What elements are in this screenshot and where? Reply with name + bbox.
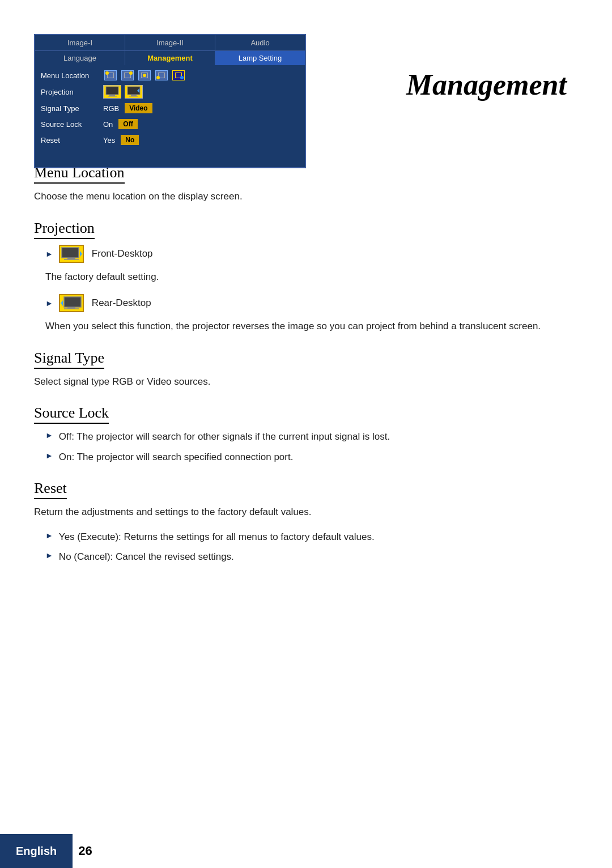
svg-rect-0 <box>106 87 118 95</box>
section-source-lock: Source Lock ► Off: The projector will se… <box>34 405 578 464</box>
osd-label-projection: Projection <box>41 88 103 96</box>
loc-dot-c <box>143 74 146 77</box>
proj-arrow-rear: ► <box>45 299 53 308</box>
loc-icon-br-selected[interactable] <box>172 70 185 80</box>
osd-tab-management[interactable]: Management <box>125 51 215 65</box>
proj-note-front: The factory default setting. <box>34 270 578 284</box>
section-body-reset: Return the adjustments and settings to t… <box>34 505 578 520</box>
osd-row-reset: Reset Yes No <box>35 132 305 148</box>
source-lock-arrow-on: ► <box>45 451 53 460</box>
proj-rear-icon[interactable] <box>125 85 143 99</box>
osd-label-menu-location: Menu Location <box>41 71 103 80</box>
projection-icons[interactable] <box>103 85 143 99</box>
reset-text-yes: Yes (Execute): Returns the settings for … <box>59 530 375 544</box>
reset-arrow-yes: ► <box>45 531 53 540</box>
section-body-signal-type: Select signal type RGB or Video sources. <box>34 375 578 389</box>
main-content: Menu Location Choose the menu location o… <box>34 164 578 580</box>
proj-front-img <box>59 245 84 263</box>
svg-rect-12 <box>64 297 81 307</box>
section-menu-location: Menu Location Choose the menu location o… <box>34 164 578 204</box>
reset-arrow-no: ► <box>45 551 53 560</box>
section-title-projection: Projection <box>34 220 95 239</box>
svg-rect-7 <box>62 248 79 258</box>
signal-type-rgb: RGB <box>103 104 119 113</box>
osd-tab-image1[interactable]: Image-I <box>35 35 125 50</box>
proj-label-front: Front-Desktop <box>92 248 153 259</box>
source-lock-bullet-off: ► Off: The projector will search for oth… <box>34 429 578 444</box>
signal-type-video-badge[interactable]: Video <box>125 103 152 113</box>
osd-tabs-row2: Language Management Lamp Setting <box>35 50 305 65</box>
source-lock-on: On <box>103 120 113 129</box>
loc-dot-bl <box>156 76 160 79</box>
osd-label-reset: Reset <box>41 136 103 144</box>
osd-row-menu-location: Menu Location <box>35 67 305 83</box>
footer: English 26 <box>0 834 612 868</box>
footer-language: English <box>0 834 73 868</box>
proj-front-icon[interactable] <box>103 85 121 99</box>
section-title-source-lock: Source Lock <box>34 405 109 424</box>
signal-type-values: RGB Video <box>103 103 152 113</box>
section-title-signal-type: Signal Type <box>34 350 104 369</box>
osd-row-signal-type: Signal Type RGB Video <box>35 100 305 116</box>
proj-note-rear: When you select this function, the proje… <box>34 319 578 334</box>
loc-icon-tr[interactable] <box>121 70 134 80</box>
source-lock-values: On Off <box>103 119 138 129</box>
loc-dot-br <box>180 76 184 79</box>
loc-icon-bl[interactable] <box>155 70 168 80</box>
reset-text-no: No (Cancel): Cancel the revised settings… <box>59 550 234 564</box>
proj-item-front: ► Front-Desktop <box>34 245 578 263</box>
section-body-menu-location: Choose the menu location on the display … <box>34 189 578 204</box>
proj-rear-img <box>59 294 84 312</box>
svg-marker-10 <box>80 251 82 257</box>
source-lock-text-on: On: The projector will search specified … <box>59 450 294 465</box>
osd-tab-lamp-setting[interactable]: Lamp Setting <box>215 51 305 65</box>
section-reset: Reset Return the adjustments and setting… <box>34 480 578 564</box>
source-lock-bullet-on: ► On: The projector will search specifie… <box>34 450 578 465</box>
footer-page-number: 26 <box>78 844 92 858</box>
proj-label-rear: Rear-Desktop <box>92 297 151 309</box>
loc-dot-tl <box>105 71 109 75</box>
osd-tab-audio[interactable]: Audio <box>215 35 305 50</box>
osd-menu: Image-I Image-II Audio Language Manageme… <box>34 34 306 168</box>
source-lock-off-badge[interactable]: Off <box>118 119 137 129</box>
osd-tab-language[interactable]: Language <box>35 51 125 65</box>
section-signal-type: Signal Type Select signal type RGB or Vi… <box>34 350 578 389</box>
loc-icon-tl[interactable] <box>104 70 117 80</box>
osd-row-source-lock: Source Lock On Off <box>35 116 305 132</box>
osd-tabs-row1: Image-I Image-II Audio <box>35 35 305 50</box>
osd-label-source-lock: Source Lock <box>41 120 103 129</box>
loc-icon-c[interactable] <box>138 70 151 80</box>
page-title: Management <box>406 68 567 101</box>
proj-item-rear: ► Rear-Desktop <box>34 294 578 312</box>
reset-values: Yes No <box>103 135 139 145</box>
reset-yes: Yes <box>103 136 115 144</box>
section-title-menu-location: Menu Location <box>34 164 125 184</box>
osd-row-projection: Projection <box>35 83 305 100</box>
osd-label-signal-type: Signal Type <box>41 104 103 113</box>
source-lock-arrow-off: ► <box>45 431 53 440</box>
proj-arrow-front: ► <box>45 249 53 258</box>
svg-marker-11 <box>61 300 63 306</box>
section-projection: Projection ► Front-Desktop The factory d… <box>34 220 578 334</box>
source-lock-text-off: Off: The projector will search for other… <box>59 429 390 444</box>
osd-body: Menu Location <box>35 65 305 167</box>
reset-no-badge[interactable]: No <box>121 135 139 145</box>
menu-location-icons[interactable] <box>103 70 186 80</box>
reset-bullet-no: ► No (Cancel): Cancel the revised settin… <box>34 550 578 564</box>
osd-tab-image2[interactable]: Image-II <box>125 35 215 50</box>
loc-dot-tr <box>129 71 133 75</box>
reset-bullet-yes: ► Yes (Execute): Returns the settings fo… <box>34 530 578 544</box>
section-title-reset: Reset <box>34 480 67 499</box>
